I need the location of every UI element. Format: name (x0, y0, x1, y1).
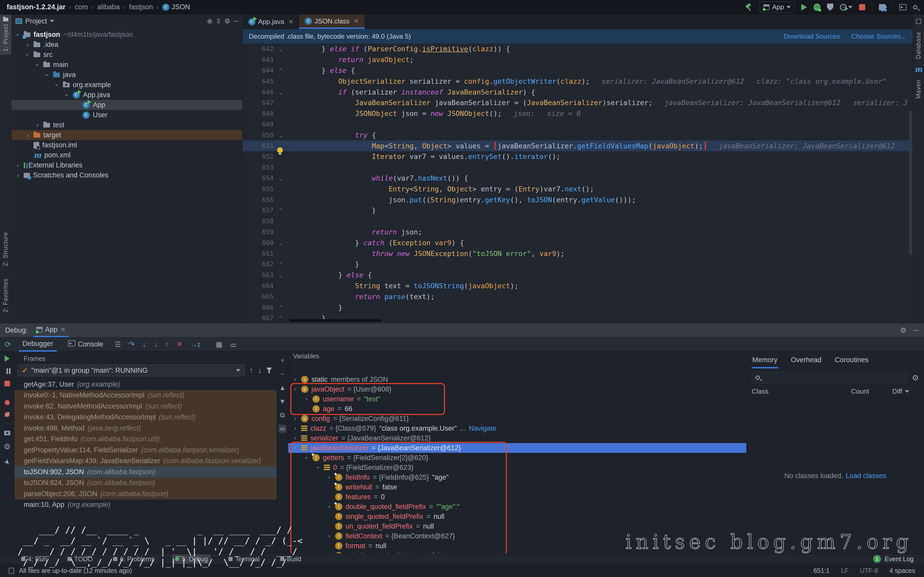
variable-row-single_quoted_fieldPrefix[interactable]: fsingle_quoted_fieldPrefix = null (288, 512, 746, 521)
frame-row[interactable]: invoke:62, NativeMethodAccessorImpl(sun.… (15, 401, 277, 412)
rerun-icon[interactable]: ⟳ (5, 340, 11, 349)
frame-row[interactable]: getAge:37, User(org.example) (15, 379, 277, 390)
toolwindow-button-todo[interactable]: TODO (65, 554, 96, 564)
horizontal-scrollbar[interactable] (289, 319, 382, 322)
code-line-658[interactable]: 658 (242, 216, 913, 227)
variable-row-format[interactable]: fformat = null (288, 541, 746, 551)
code-line-650[interactable]: 650⌄ try { (242, 130, 913, 140)
step-over-icon[interactable]: ↷ (129, 340, 134, 348)
fold-marker[interactable]: ⌄ (273, 45, 288, 52)
frame-row[interactable]: invoke0:-1, NativeMethodAccessorImpl(sun… (15, 390, 277, 401)
remove-watch-icon[interactable]: − (281, 370, 284, 378)
chevron-icon[interactable]: › (24, 52, 31, 58)
event-log[interactable]: 1 Event Log (873, 555, 914, 563)
variable-row-double_quoted_fieldPrefix[interactable]: ›fdouble_quoted_fieldPrefix = ""age":" (288, 502, 746, 512)
chevron-icon[interactable]: › (15, 162, 21, 169)
watch-return-values-icon[interactable]: ∞ (278, 425, 286, 433)
chevron-icon[interactable]: › (25, 41, 31, 48)
debug-session-tab[interactable]: App ✕ (34, 323, 69, 337)
chevron-icon[interactable]: › (44, 72, 51, 78)
tree-item-app-java[interactable]: ›App.java (11, 90, 242, 100)
breadcrumb-item[interactable]: fastjson (129, 3, 153, 11)
chevron-icon[interactable]: › (14, 32, 21, 38)
close-icon[interactable]: ✕ (288, 18, 293, 26)
fold-marker[interactable]: ⌃ (273, 67, 288, 74)
fold-marker[interactable]: ⌃ (273, 261, 288, 268)
tree-item-main[interactable]: ›main (11, 60, 242, 70)
vertical-scrollbar[interactable] (909, 111, 912, 255)
stop-button[interactable] (859, 4, 865, 10)
variable-row-javaBeanSerializer[interactable]: ›javaBeanSerializer = {JavaBeanSerialize… (288, 443, 746, 453)
code-line-654[interactable]: 654⌄ while(var7.hasNext()) { (242, 173, 913, 184)
tab-coroutines[interactable]: Coroutines (834, 355, 869, 368)
gear-icon[interactable]: ⚙ (912, 373, 919, 382)
frame-row[interactable]: toJSON:824, JSON(com.alibaba.fastjson) (15, 477, 277, 488)
tab-overhead[interactable]: Overhead (790, 355, 822, 368)
code-line-647[interactable]: 647 JavaBeanSerializer javaBeanSerialize… (242, 97, 913, 108)
code-line-649[interactable]: 649 (242, 119, 913, 130)
chevron-icon[interactable]: › (15, 172, 21, 179)
tree-item-scratches-and-consoles[interactable]: ›Scratches and Consoles (11, 170, 242, 181)
tool-window-switcher-icon[interactable] (9, 568, 14, 574)
tab-memory[interactable]: Memory (752, 355, 778, 368)
chevron-icon[interactable]: › (303, 455, 310, 461)
toolwindow-button-build[interactable]: Build (277, 554, 304, 564)
toolwindow-button-6-problems[interactable]: 6: Problems (110, 554, 157, 564)
step-into-icon[interactable]: ↓ (142, 340, 146, 348)
tab-json-class[interactable]: JSON.class ✕ (299, 15, 365, 29)
thread-selector[interactable]: ✓ "main"@1 in group "main": RUNNING (18, 364, 245, 376)
code-line-665[interactable]: 665 return parse(text); (242, 291, 913, 302)
chevron-icon[interactable]: › (25, 132, 31, 139)
resume-icon[interactable] (5, 356, 10, 362)
coverage-button[interactable] (827, 3, 833, 11)
database-stripe-label[interactable]: Database (915, 32, 922, 59)
settings-icon[interactable]: ⚙ (3, 442, 11, 451)
breadcrumb-item[interactable]: fastjson-1.2.24.jar (7, 3, 66, 11)
terminal-icon[interactable] (899, 4, 906, 10)
column-diff[interactable]: Diff (888, 387, 919, 395)
column-class[interactable]: Class (752, 387, 846, 395)
fold-marker[interactable]: ⌄ (273, 240, 288, 246)
load-classes-link[interactable]: Load classes (846, 472, 886, 480)
code-line-656[interactable]: 656 json.put((String)entry.getKey(), toJ… (242, 194, 913, 205)
frame-row[interactable]: invoke:43, DelegatingMethodAccessorImpl(… (15, 412, 277, 423)
structure-stripe-label[interactable]: Z: Structure (2, 232, 9, 266)
breadcrumb-item[interactable]: JSON (162, 3, 190, 11)
chevron-down-icon[interactable] (50, 20, 54, 23)
fold-marker[interactable]: ⌃ (273, 207, 288, 214)
step-out-icon[interactable]: ↑ (165, 340, 169, 348)
frame-row[interactable]: toJSON:902, JSON(com.alibaba.fastjson) (15, 466, 277, 477)
frame-row[interactable]: invoke:498, Method(java.lang.reflect) (15, 423, 277, 434)
locate-file-icon[interactable]: ⊕ (207, 17, 213, 25)
code-line-646[interactable]: 646⌄ if (serializer instanceof JavaBeanS… (242, 87, 913, 97)
chevron-icon[interactable]: › (326, 503, 332, 510)
run-config-select[interactable]: App (759, 2, 795, 13)
pin-icon[interactable]: ➤ (2, 457, 12, 467)
tree-item-fastjson[interactable]: ›fastjson ~/d4m1ts/java/fastjson (11, 30, 242, 40)
variable-row-fieldInfo[interactable]: ›ffieldInfo = {FieldInfo@625} "age" (288, 472, 746, 482)
fold-marker[interactable]: ⌃ (273, 315, 288, 321)
duplicate-icon[interactable]: ⧉ (280, 411, 285, 419)
code-line-644[interactable]: 644⌃ } else { (242, 65, 913, 76)
gear-icon[interactable]: ⚙ (900, 326, 906, 335)
fold-marker[interactable]: ⌄ (273, 175, 288, 181)
download-sources-link[interactable]: Download Sources (784, 32, 840, 40)
code-line-655[interactable]: 655 Entry<String, Object> entry = (Entry… (242, 184, 913, 194)
more-options-icon[interactable]: ⚌ (230, 340, 236, 348)
chevron-icon[interactable]: › (315, 465, 321, 471)
tree-item-org-example[interactable]: ›org.example (11, 80, 242, 90)
collapse-all-icon[interactable]: ⇳ (215, 17, 221, 25)
pause-icon[interactable] (6, 368, 8, 374)
code-line-659[interactable]: 659 return json; (242, 227, 913, 237)
code-line-643[interactable]: 643 return javaObject; (242, 54, 913, 65)
project-panel-title[interactable]: Project (25, 17, 47, 25)
tool-windows-icon[interactable] (879, 4, 885, 10)
tab-console[interactable]: Console (65, 338, 107, 351)
variable-row-javaObject[interactable]: ›pjavaObject = {User@608} (288, 384, 746, 394)
caret-position[interactable]: 651:1 (813, 567, 830, 574)
code-line-666[interactable]: 666⌃ } (242, 302, 913, 313)
tree-item--idea[interactable]: ›.idea (11, 40, 242, 50)
toolwindow-button-5-debug[interactable]: 5: Debug (172, 554, 211, 564)
frame-row[interactable]: get:451, FieldInfo(com.alibaba.fastjson.… (15, 434, 277, 445)
tree-item-pom-xml[interactable]: pom.xml (11, 150, 242, 160)
